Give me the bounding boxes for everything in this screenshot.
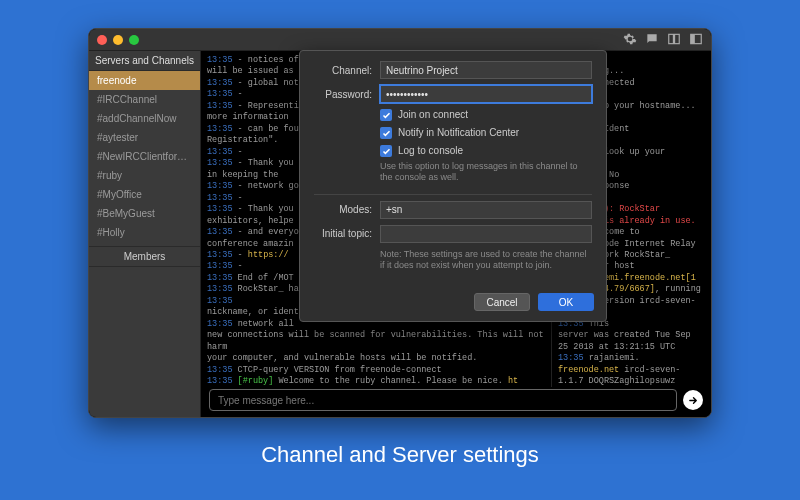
sidebar-header-servers: Servers and Channels — [89, 51, 200, 71]
sidebar-item[interactable]: #NewIRCClientforMAC — [89, 147, 200, 166]
svg-rect-3 — [691, 34, 695, 43]
ok-button[interactable]: OK — [538, 293, 594, 311]
log-console-checkbox[interactable] — [380, 145, 392, 157]
dialog-note: Note: These settings are used to create … — [380, 249, 592, 272]
sidebar-item[interactable]: #Holly — [89, 223, 200, 242]
caption: Channel and Server settings — [0, 442, 800, 468]
svg-rect-1 — [675, 34, 680, 43]
gear-icon[interactable] — [623, 32, 637, 48]
channel-input[interactable] — [380, 61, 592, 79]
sidebar-item[interactable]: freenode — [89, 71, 200, 90]
sidebar-item[interactable]: #BeMyGuest — [89, 204, 200, 223]
close-window-button[interactable] — [97, 35, 107, 45]
sidebar-item[interactable]: #IRCChannel — [89, 90, 200, 109]
message-input-bar — [201, 387, 711, 417]
send-button[interactable] — [683, 390, 703, 410]
sidebar-item[interactable]: #ruby — [89, 166, 200, 185]
modes-label: Modes: — [314, 204, 372, 215]
join-on-connect-label: Join on connect — [398, 109, 468, 120]
sidebar-header-members: Members — [89, 246, 200, 267]
cancel-button[interactable]: Cancel — [474, 293, 530, 311]
password-label: Password: — [314, 89, 372, 100]
window-controls — [97, 35, 139, 45]
message-input[interactable] — [209, 389, 677, 411]
sidebar-toggle-icon[interactable] — [689, 32, 703, 48]
chat-icon[interactable] — [645, 32, 659, 48]
modes-input[interactable] — [380, 201, 592, 219]
svg-rect-0 — [669, 34, 674, 43]
sidebar-item[interactable]: #addChannelNow — [89, 109, 200, 128]
notify-center-label: Notify in Notification Center — [398, 127, 519, 138]
sidebar-item[interactable]: #aytester — [89, 128, 200, 147]
minimize-window-button[interactable] — [113, 35, 123, 45]
toolbar — [623, 32, 703, 48]
topic-input[interactable] — [380, 225, 592, 243]
topic-label: Initial topic: — [314, 228, 372, 239]
join-on-connect-checkbox[interactable] — [380, 109, 392, 121]
channel-settings-dialog: Channel: Password: Join on connect Notif… — [299, 50, 607, 322]
titlebar — [89, 29, 711, 51]
maximize-window-button[interactable] — [129, 35, 139, 45]
channel-label: Channel: — [314, 65, 372, 76]
log-console-label: Log to console — [398, 145, 463, 156]
sidebar: Servers and Channels freenode#IRCChannel… — [89, 51, 201, 417]
sidebar-item[interactable]: #MyOffice — [89, 185, 200, 204]
password-input[interactable] — [380, 85, 592, 103]
notify-center-checkbox[interactable] — [380, 127, 392, 139]
log-console-hint: Use this option to log messages in this … — [380, 161, 592, 184]
columns-icon[interactable] — [667, 32, 681, 48]
